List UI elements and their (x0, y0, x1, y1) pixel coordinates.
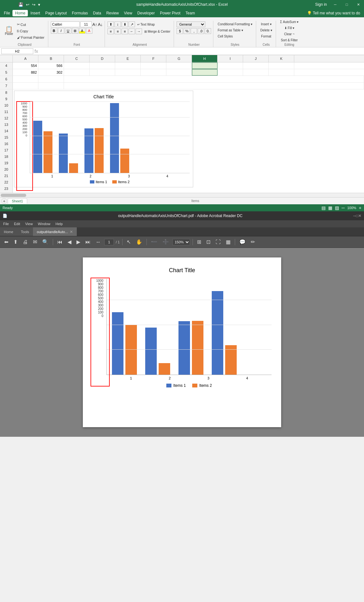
comma-btn[interactable]: , (191, 28, 197, 34)
cell-i4[interactable] (218, 62, 243, 69)
cell-h4[interactable] (192, 62, 218, 69)
cell-f4[interactable] (141, 62, 166, 69)
align-bottom-btn[interactable]: ⬇ (122, 21, 128, 27)
cell-b5[interactable]: 302 (38, 69, 64, 76)
pdf-menu-window[interactable]: Window (36, 221, 52, 226)
fill-color-btn[interactable]: A (79, 28, 85, 34)
cell-a5[interactable]: 882 (13, 69, 38, 76)
pdf-email-btn[interactable]: ✉ (31, 238, 39, 246)
cell-h5[interactable] (192, 69, 218, 76)
col-header-k[interactable]: K (269, 55, 294, 62)
cell-i5[interactable] (218, 69, 243, 76)
pdf-zoom-select[interactable]: 150% (172, 239, 190, 245)
cell-b4[interactable]: 566 (38, 62, 64, 69)
cell-c4[interactable] (64, 62, 90, 69)
dec-increase-btn[interactable]: .0 (198, 28, 204, 34)
conditional-formatting-btn[interactable]: Conditional Formatting ▾ (216, 21, 254, 27)
font-name-input[interactable] (51, 21, 80, 27)
cell-rest-6[interactable] (64, 76, 364, 82)
pdf-pen-btn[interactable]: ✏ (249, 238, 257, 246)
pdf-fullscreen-btn[interactable]: ⛶ (214, 238, 222, 246)
indent-dec-btn[interactable]: ← (129, 28, 135, 34)
normal-view-btn[interactable]: ▤ (321, 205, 326, 210)
pdf-snap-btn[interactable]: ⊞ (195, 238, 203, 246)
format-painter-btn[interactable]: 🖌 Format Painter (15, 35, 46, 40)
menu-file[interactable]: File (1, 10, 12, 16)
minimize-btn[interactable]: ─ (329, 0, 341, 9)
wrap-text-btn[interactable]: ↵ Text Wrap (136, 21, 156, 27)
menu-home[interactable]: Home (12, 10, 28, 16)
font-shrink-btn[interactable]: A↓ (98, 22, 103, 27)
scrollbar-thumb[interactable] (1, 194, 26, 197)
pdf-next-page-btn[interactable]: ▶ (75, 238, 82, 246)
menu-page-layout[interactable]: Page Layout (43, 10, 69, 16)
cell-k4[interactable] (269, 62, 294, 69)
sort-filter-btn[interactable]: Sort & Filter (279, 37, 299, 43)
pdf-hand-btn[interactable]: ✋ (134, 238, 144, 246)
pdf-menu-help[interactable]: Help (53, 221, 65, 226)
zoom-in-btn[interactable]: + (359, 205, 361, 210)
pdf-print-btn[interactable]: 🖨 (21, 238, 29, 246)
restore-btn[interactable]: □ (341, 0, 352, 9)
col-header-i[interactable]: I (218, 55, 243, 62)
cell-k5[interactable] (269, 69, 294, 76)
menu-insert[interactable]: Insert (28, 10, 43, 16)
dec-decrease-btn[interactable]: 0. (205, 28, 211, 34)
copy-btn[interactable]: ⎘ Copy (15, 28, 46, 34)
pdf-back-btn[interactable]: ⬅ (3, 238, 10, 246)
cell-f5[interactable] (141, 69, 166, 76)
format-as-table-btn[interactable]: Format as Table ▾ (216, 28, 254, 33)
pdf-tab-close-btn[interactable]: ✕ (70, 230, 73, 234)
zoom-out-btn[interactable]: ─ (342, 205, 345, 210)
pdf-prev-page-btn[interactable]: ◀ (66, 238, 73, 246)
pdf-home-tab[interactable]: Home (0, 227, 17, 236)
menu-review[interactable]: Review (104, 10, 121, 16)
align-left-btn[interactable]: ≡ (107, 28, 114, 34)
save-icon[interactable]: 💾 (18, 2, 24, 8)
add-sheet-btn[interactable]: + (1, 198, 7, 204)
paste-btn[interactable]: 📋 Paste (3, 25, 15, 37)
italic-btn[interactable]: I (58, 28, 64, 34)
col-header-g[interactable]: G (166, 55, 192, 62)
percent-btn[interactable]: % (184, 28, 190, 34)
col-header-e[interactable]: E (115, 55, 141, 62)
cell-a4[interactable]: 554 (13, 62, 38, 69)
cell-b6[interactable] (38, 76, 64, 82)
font-size-input[interactable] (80, 21, 92, 27)
align-center-btn[interactable]: ≡ (115, 28, 121, 34)
pdf-forward-btn[interactable]: ⬆ (12, 238, 19, 246)
col-header-a[interactable]: A (13, 55, 38, 62)
menu-developer[interactable]: Developer (135, 10, 157, 16)
page-layout-view-btn[interactable]: ▦ (328, 205, 332, 210)
pdf-extract-btn[interactable]: ⊡ (205, 238, 212, 246)
format-btn[interactable]: Format (259, 34, 273, 39)
name-box[interactable] (1, 48, 33, 54)
col-header-h[interactable]: H (192, 55, 218, 62)
align-right-btn[interactable]: ≡ (122, 28, 128, 34)
insert-btn[interactable]: Insert ▾ (259, 21, 273, 27)
pdf-page-input[interactable] (104, 239, 114, 245)
signin-link[interactable]: Sign in (313, 2, 329, 7)
align-top-btn[interactable]: ⬆ (107, 21, 114, 27)
pdf-close-btn[interactable]: ✕ (358, 214, 361, 218)
col-header-f[interactable]: F (141, 55, 166, 62)
pdf-search-btn[interactable]: 🔍 (41, 238, 50, 246)
cell-g5[interactable] (166, 69, 192, 76)
formula-input[interactable] (39, 49, 363, 53)
bold-btn[interactable]: B (51, 28, 57, 34)
merge-center-btn[interactable]: ⊞ Merge & Center (143, 28, 172, 34)
pdf-first-page-btn[interactable]: ⏮ (56, 238, 64, 246)
autosum-btn[interactable]: Σ AutoSum ▾ (279, 19, 300, 25)
pdf-doc-tab[interactable]: outputHandleAuto... ✕ (33, 227, 77, 236)
pdf-menu-file[interactable]: File (1, 221, 11, 226)
menu-data[interactable]: Data (91, 10, 104, 16)
pdf-zoom-out-btn[interactable]: ➖ (149, 238, 159, 246)
close-btn[interactable]: ✕ (352, 0, 364, 9)
excel-chart[interactable]: Chart Title 0 100 200 300 400 500 (14, 91, 193, 187)
cell-d4[interactable] (90, 62, 115, 69)
cell-a7[interactable] (13, 83, 38, 89)
menu-tell-me[interactable]: 💡 Tell me what you want to do (305, 10, 363, 16)
col-header-j[interactable]: J (243, 55, 269, 62)
border-btn[interactable]: ⊞ (72, 28, 78, 34)
pdf-zoom-in-btn[interactable]: ➕ (161, 238, 170, 246)
